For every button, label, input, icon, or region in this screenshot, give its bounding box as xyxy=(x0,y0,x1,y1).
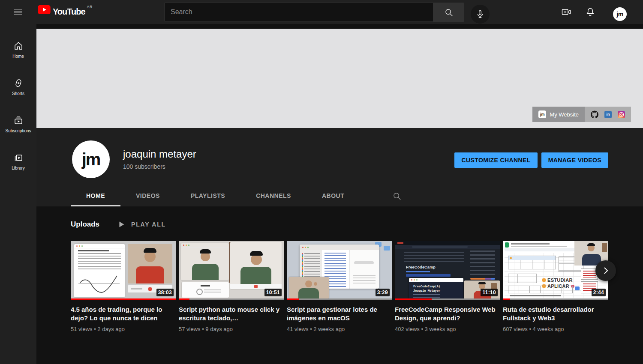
sidebar-item-shorts[interactable]: Shorts xyxy=(0,68,36,105)
person-hair xyxy=(587,243,595,246)
traffic-lights xyxy=(76,245,78,247)
pointing-hand-icon xyxy=(542,278,546,282)
notifications-button[interactable] xyxy=(585,7,595,17)
dark-webpage: FreeCodeCamp(A) Joaquin Metayer xyxy=(409,282,463,300)
sheets-app-icon xyxy=(505,242,509,248)
person-hand xyxy=(314,282,317,286)
logo-region-code: AR xyxy=(87,5,93,9)
traffic-lights xyxy=(183,245,184,246)
carousel-next-button[interactable] xyxy=(595,260,616,281)
channel-home-content: Uploads PLAY ALL xyxy=(36,206,643,364)
duration-badge: 11:10 xyxy=(481,289,498,296)
video-title[interactable]: 4.5 años de trading, porque lo dejo? Lo … xyxy=(71,305,176,322)
active-tab-chip xyxy=(397,242,403,244)
finder-preview-pane xyxy=(350,250,379,289)
tab-channels[interactable]: CHANNELS xyxy=(240,186,306,206)
window-chrome xyxy=(181,243,229,248)
video-thumbnail: 38:03 xyxy=(71,241,176,300)
watch-progress-track xyxy=(287,298,392,300)
github-languages-bar xyxy=(470,278,495,280)
watch-progress-fill xyxy=(395,298,432,300)
create-video-button[interactable] xyxy=(561,7,571,17)
video-meta: 402 views • 3 weeks ago xyxy=(395,326,500,332)
github-icon[interactable] xyxy=(591,110,598,118)
video-meta: 41 views • 2 weeks ago xyxy=(287,326,392,332)
record-dot xyxy=(254,285,258,288)
video-title[interactable]: Ruta de estudio desarrollador Fullstack … xyxy=(503,305,608,322)
sidebar-item-label: Subscriptions xyxy=(5,128,31,133)
video-title[interactable]: FreeCodeCamp Responsive Web Design, que … xyxy=(395,305,500,322)
customize-channel-button[interactable]: CUSTOMIZE CHANNEL xyxy=(454,152,537,168)
trading-curve xyxy=(78,274,121,295)
sheet-table xyxy=(508,256,556,269)
watch-progress-track xyxy=(179,298,284,300)
person-cap xyxy=(250,251,263,256)
preview-rows xyxy=(353,275,376,285)
video-title[interactable]: Script para gestionar lotes de imágenes … xyxy=(287,305,392,322)
watch-progress-fill xyxy=(503,298,510,300)
search-bar xyxy=(164,3,464,21)
channel-name: joaquin metayer xyxy=(123,148,196,160)
video-thumbnail: ESTUDIAR APLICAR xyxy=(503,241,608,300)
youtube-logo[interactable]: YouTube AR xyxy=(38,5,93,18)
emoji-chip xyxy=(510,257,512,259)
sidebar-item-library[interactable]: Library xyxy=(0,143,36,180)
person-hair xyxy=(478,282,486,284)
tab-about[interactable]: ABOUT xyxy=(306,186,360,206)
sidebar-item-home[interactable]: Home xyxy=(0,31,36,68)
linkedin-icon[interactable]: in xyxy=(604,111,612,118)
website-label: My Website xyxy=(550,111,579,118)
channel-avatar[interactable]: jm xyxy=(72,140,110,178)
github-commit-rows xyxy=(404,252,464,262)
sheet-table xyxy=(508,274,537,283)
traffic-lights xyxy=(411,279,412,280)
sidebar: Home Shorts Subscriptions Library xyxy=(0,24,36,364)
video-card[interactable]: ESTUDIAR APLICAR xyxy=(503,241,608,332)
webcam-window-small xyxy=(181,243,229,280)
desktop-folder-icon xyxy=(384,246,390,251)
website-link[interactable]: jm My Website xyxy=(532,107,585,122)
duration-badge: 38:03 xyxy=(156,289,174,296)
search-input[interactable] xyxy=(164,3,433,21)
account-avatar[interactable]: jm xyxy=(613,7,627,21)
play-all-label: PLAY ALL xyxy=(131,221,166,228)
video-card[interactable]: 38:03 4.5 años de trading, porque lo dej… xyxy=(71,241,176,332)
video-thumbnail: 10:51 xyxy=(179,241,284,300)
sheet-image-icon xyxy=(575,286,580,290)
hamburger-bar xyxy=(14,12,22,12)
github-link-bar xyxy=(406,271,430,272)
person-cap xyxy=(144,248,156,253)
tab-home[interactable]: HOME xyxy=(71,186,120,206)
preview-pill xyxy=(354,261,374,264)
browser-tab-strip xyxy=(395,241,500,245)
tab-videos[interactable]: VIDEOS xyxy=(120,186,175,206)
instagram-icon[interactable] xyxy=(618,111,625,118)
hamburger-bar xyxy=(14,15,22,15)
code-line: Joaquin Metayer xyxy=(413,289,440,292)
doc-heading-line xyxy=(78,250,109,251)
video-card[interactable]: 10:51 Script python auto mouse click y e… xyxy=(179,241,284,332)
video-card[interactable]: FreeCodeCamp FreeCodeCamp(A) Joaquin Met… xyxy=(395,241,500,332)
voice-search-button[interactable] xyxy=(471,5,490,24)
sheet-menu-bar xyxy=(511,246,567,247)
play-all-button[interactable]: PLAY ALL xyxy=(117,220,166,229)
person-green-shirt xyxy=(298,288,319,298)
webcam-panel xyxy=(128,244,172,283)
video-card[interactable]: 3:29 Script para gestionar lotes de imág… xyxy=(287,241,392,332)
tab-playlists[interactable]: PLAYLISTS xyxy=(175,186,240,206)
video-thumbnail: FreeCodeCamp FreeCodeCamp(A) Joaquin Met… xyxy=(395,241,500,300)
subscriber-count: 100 subscribers xyxy=(123,163,196,170)
sidebar-item-subscriptions[interactable]: Subscriptions xyxy=(0,105,36,143)
doc-text-lines xyxy=(78,253,121,271)
channel-search-button[interactable] xyxy=(392,186,402,206)
uploads-carousel: 38:03 4.5 años de trading, porque lo dej… xyxy=(71,241,608,332)
github-highlighted-link xyxy=(406,274,451,277)
search-button[interactable] xyxy=(433,3,464,22)
video-meta: 57 views • 9 days ago xyxy=(179,326,284,332)
video-title[interactable]: Script python auto mouse click y escritu… xyxy=(179,305,284,322)
manage-videos-button[interactable]: MANAGE VIDEOS xyxy=(541,152,608,168)
chevron-right-icon xyxy=(601,266,611,276)
uploads-title: Uploads xyxy=(71,220,99,229)
person-face xyxy=(305,280,312,287)
hamburger-menu-icon[interactable] xyxy=(11,5,25,19)
